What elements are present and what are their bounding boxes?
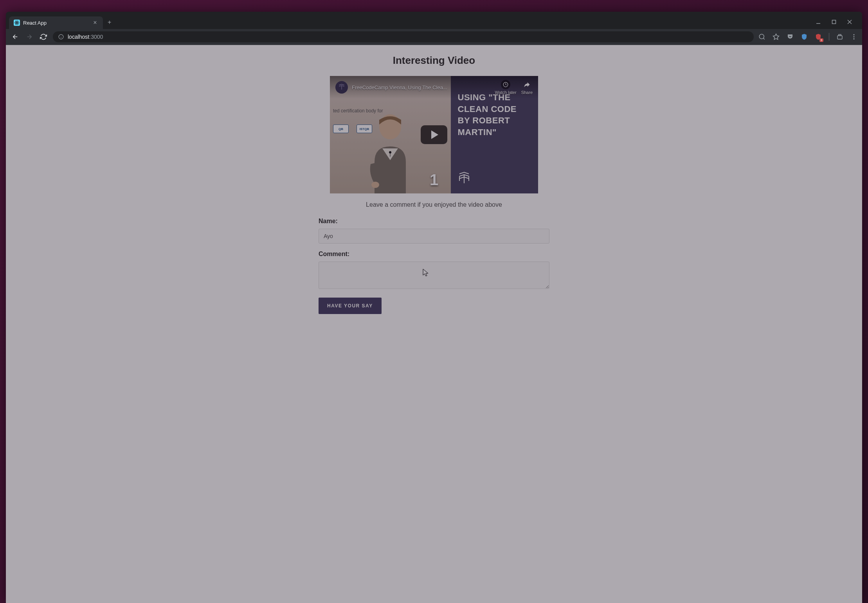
- reload-button[interactable]: [39, 32, 48, 42]
- name-label: Name:: [319, 218, 549, 225]
- svg-point-18: [854, 38, 855, 40]
- comment-textarea[interactable]: [319, 262, 549, 289]
- channel-avatar[interactable]: [335, 81, 348, 94]
- subtitle-text: Leave a comment if you enjoyed the video…: [319, 201, 549, 208]
- video-top-controls: Watch later Share: [495, 80, 533, 95]
- svg-point-21: [389, 151, 391, 153]
- comment-label: Comment:: [319, 251, 549, 258]
- bookmark-star-icon[interactable]: [773, 33, 780, 40]
- close-tab-icon[interactable]: ×: [92, 20, 98, 26]
- browser-tab[interactable]: React App ×: [9, 16, 103, 29]
- clock-icon: [501, 80, 510, 89]
- search-icon[interactable]: [758, 33, 765, 40]
- pocket-icon[interactable]: [787, 33, 794, 40]
- browser-window: React App × + localhost:3000: [6, 12, 862, 603]
- new-tab-button[interactable]: +: [103, 16, 116, 29]
- divider: [829, 33, 829, 41]
- ublock-icon[interactable]: [815, 33, 822, 40]
- video-counter: 1: [430, 171, 438, 189]
- tab-title: React App: [23, 20, 89, 26]
- svg-rect-14: [837, 36, 842, 39]
- tab-bar: React App × +: [6, 12, 862, 29]
- url-text: localhost:3000: [68, 34, 103, 40]
- video-embed[interactable]: ted certification body for QB ISTQB: [330, 76, 538, 193]
- bitwarden-icon[interactable]: [801, 33, 808, 40]
- minimize-button[interactable]: [815, 20, 821, 24]
- svg-point-16: [854, 34, 855, 35]
- maximize-button[interactable]: [831, 20, 837, 24]
- svg-marker-13: [773, 34, 779, 40]
- svg-line-12: [763, 38, 764, 39]
- video-title[interactable]: FreeCodeCamp Vienna, Using The Clea...: [352, 85, 491, 90]
- svg-point-11: [759, 34, 764, 39]
- fcc-logo-icon: [458, 172, 470, 184]
- qb-logo: QB: [333, 125, 349, 133]
- profile-icon[interactable]: [836, 33, 843, 40]
- back-button[interactable]: [11, 32, 20, 42]
- svg-rect-5: [832, 20, 836, 24]
- video-header: FreeCodeCamp Vienna, Using The Clea... W…: [330, 76, 538, 99]
- info-icon: [58, 34, 64, 40]
- watch-later-button[interactable]: Watch later: [495, 80, 516, 95]
- presenter-silhouette: [355, 107, 425, 193]
- share-icon: [522, 80, 531, 89]
- page-title: Interesting Video: [319, 54, 549, 67]
- submit-button[interactable]: HAVE YOUR SAY: [319, 298, 382, 314]
- share-button[interactable]: Share: [521, 80, 533, 95]
- svg-point-17: [854, 36, 855, 38]
- svg-point-0: [16, 22, 17, 23]
- menu-icon[interactable]: [850, 33, 857, 40]
- name-group: Name:: [319, 218, 549, 244]
- forward-button[interactable]: [25, 32, 34, 42]
- page-content: Interesting Video ted certification body…: [319, 45, 549, 330]
- extensions-area: [758, 33, 857, 41]
- close-window-button[interactable]: [846, 20, 853, 24]
- svg-rect-15: [839, 34, 841, 36]
- nav-bar: localhost:3000: [6, 29, 862, 45]
- svg-point-20: [371, 182, 379, 188]
- window-controls: [815, 20, 859, 24]
- react-favicon: [14, 20, 20, 26]
- address-bar[interactable]: localhost:3000: [53, 31, 754, 42]
- content-area: Interesting Video ted certification body…: [6, 45, 862, 603]
- play-button[interactable]: [421, 125, 447, 144]
- name-input[interactable]: [319, 229, 549, 244]
- comment-group: Comment:: [319, 251, 549, 291]
